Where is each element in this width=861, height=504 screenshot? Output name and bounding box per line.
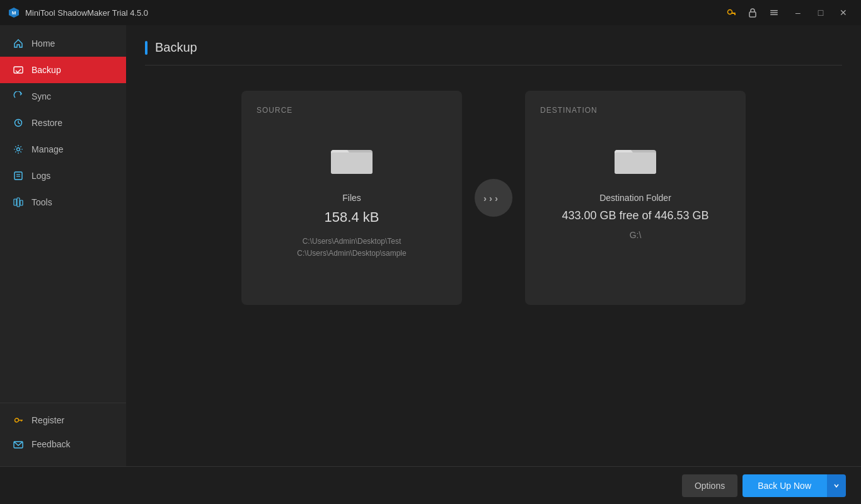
source-section-label: SOURCE xyxy=(257,106,292,115)
app-logo: M xyxy=(8,6,20,19)
arrow-button[interactable]: › › › xyxy=(475,179,512,217)
home-icon xyxy=(13,38,24,49)
backup-area: SOURCE Files 158.4 kB C:\Users\Admin\Des… xyxy=(145,84,842,451)
options-button[interactable]: Options xyxy=(682,474,737,497)
sidebar-item-label-manage: Manage xyxy=(32,144,64,154)
source-path-2: C:\Users\Admin\Desktop\sample xyxy=(297,248,406,260)
svg-rect-7 xyxy=(770,12,778,13)
destination-card[interactable]: DESTINATION Destination Folder 433.00 GB… xyxy=(525,91,746,305)
svg-rect-12 xyxy=(14,172,22,180)
svg-rect-15 xyxy=(14,199,16,205)
page-header: Backup xyxy=(145,40,842,66)
sidebar-item-backup[interactable]: Backup xyxy=(0,57,126,83)
titlebar: M MiniTool ShadowMaker Trial 4.5.0 – □ ✕ xyxy=(0,0,861,25)
source-card[interactable]: SOURCE Files 158.4 kB C:\Users\Admin\Des… xyxy=(241,91,462,305)
svg-rect-16 xyxy=(17,198,20,207)
destination-folder-icon xyxy=(613,140,657,178)
svg-point-2 xyxy=(728,10,732,14)
sidebar-item-label-home: Home xyxy=(32,38,55,49)
destination-free-space: 433.00 GB free of 446.53 GB xyxy=(562,209,708,222)
key-icon-btn[interactable] xyxy=(722,4,740,21)
sidebar-item-manage[interactable]: Manage xyxy=(0,136,126,163)
sidebar-item-label-backup: Backup xyxy=(32,65,61,75)
bottom-bar: Options Back Up Now xyxy=(0,466,861,504)
svg-rect-5 xyxy=(749,12,756,17)
svg-rect-3 xyxy=(732,13,736,14)
sidebar-item-label-logs: Logs xyxy=(32,171,50,181)
svg-text:›: › xyxy=(489,193,492,203)
svg-point-18 xyxy=(15,418,19,422)
app-title: MiniTool ShadowMaker Trial 4.5.0 xyxy=(25,8,722,18)
destination-section-label: DESTINATION xyxy=(540,106,598,115)
source-type-label: Files xyxy=(342,193,361,203)
svg-text:›: › xyxy=(483,193,487,203)
register-key-icon xyxy=(13,415,24,426)
window-controls: – □ ✕ xyxy=(788,4,853,21)
source-path-1: C:\Users\Admin\Desktop\Test xyxy=(297,236,406,248)
page-title-accent xyxy=(145,41,147,55)
sidebar-item-home[interactable]: Home xyxy=(0,30,126,57)
sidebar-item-label-tools: Tools xyxy=(32,197,52,207)
backup-now-button[interactable]: Back Up Now xyxy=(743,474,826,497)
sidebar-item-label-restore: Restore xyxy=(32,118,62,128)
svg-text:M: M xyxy=(12,10,16,16)
sidebar-item-label-feedback: Feedback xyxy=(32,439,70,449)
sidebar-bottom: Register Feedback xyxy=(0,403,126,466)
feedback-mail-icon xyxy=(13,438,24,450)
main-layout: Home Backup Sync Restore xyxy=(0,25,861,466)
svg-rect-6 xyxy=(770,10,778,11)
sidebar: Home Backup Sync Restore xyxy=(0,25,126,466)
tools-icon xyxy=(13,197,24,208)
minimize-button[interactable]: – xyxy=(788,4,808,21)
nav-items: Home Backup Sync Restore xyxy=(0,25,126,403)
sidebar-item-sync[interactable]: Sync xyxy=(0,83,126,110)
source-paths: C:\Users\Admin\Desktop\Test C:\Users\Adm… xyxy=(297,236,406,260)
backup-icon xyxy=(13,64,24,76)
backup-now-dropdown-button[interactable] xyxy=(826,474,846,497)
sidebar-item-tools[interactable]: Tools xyxy=(0,189,126,215)
logs-icon xyxy=(13,170,24,181)
manage-icon xyxy=(13,144,24,155)
svg-rect-8 xyxy=(770,14,778,16)
content-area: Backup SOURCE Files 158.4 kB C:\Users\Ad… xyxy=(126,25,861,466)
sidebar-item-register[interactable]: Register xyxy=(0,408,126,432)
restore-icon xyxy=(13,117,24,129)
menu-icon-btn[interactable] xyxy=(765,4,783,21)
source-folder-icon xyxy=(330,140,374,178)
svg-rect-4 xyxy=(734,14,736,15)
sync-icon xyxy=(13,91,24,102)
sidebar-item-logs[interactable]: Logs xyxy=(0,163,126,189)
sidebar-item-restore[interactable]: Restore xyxy=(0,110,126,136)
restore-button[interactable]: □ xyxy=(811,4,831,21)
svg-rect-23 xyxy=(331,152,373,174)
sidebar-item-label-register: Register xyxy=(32,415,64,425)
svg-rect-28 xyxy=(615,152,656,174)
destination-drive: G:\ xyxy=(630,230,642,240)
sidebar-item-feedback[interactable]: Feedback xyxy=(0,432,126,456)
close-button[interactable]: ✕ xyxy=(833,4,853,21)
svg-rect-17 xyxy=(20,200,23,205)
svg-point-11 xyxy=(17,148,20,151)
lock-icon-btn[interactable] xyxy=(744,4,761,21)
page-title: Backup xyxy=(155,40,197,55)
sidebar-item-label-sync: Sync xyxy=(32,91,51,101)
destination-type-label: Destination Folder xyxy=(599,193,671,203)
source-size: 158.4 kB xyxy=(325,209,379,226)
svg-text:›: › xyxy=(495,193,498,203)
